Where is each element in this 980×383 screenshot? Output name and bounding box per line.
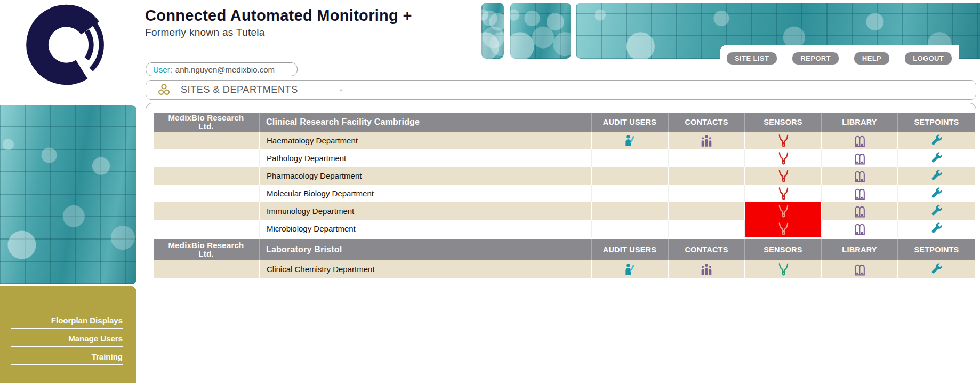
contacts-cell: [668, 202, 744, 220]
library-icon: [853, 222, 867, 236]
setpoints-icon: [930, 134, 943, 147]
company-logo: [23, 2, 110, 87]
site-name-header: Clinical Research Facility Cambridge: [259, 113, 591, 132]
sensors-button[interactable]: [745, 260, 821, 278]
library-icon: [853, 169, 867, 183]
contacts-button[interactable]: [669, 132, 744, 149]
library-icon: [853, 134, 867, 148]
setpoints-cell[interactable]: [897, 149, 975, 167]
sensor-icon: [776, 222, 790, 236]
sensors-cell[interactable]: [744, 149, 821, 167]
sensors-button[interactable]: [745, 220, 821, 237]
contacts-icon: [700, 134, 713, 148]
sensors-button[interactable]: [745, 132, 821, 149]
setpoints-cell[interactable]: [897, 132, 975, 149]
company-spacer-cell: [154, 202, 259, 220]
banner-artwork-block: [510, 3, 571, 59]
contacts-cell[interactable]: [668, 260, 744, 278]
setpoints-button[interactable]: [898, 132, 975, 149]
library-cell[interactable]: [821, 149, 897, 167]
site-list-button[interactable]: SITE LIST: [727, 52, 777, 65]
library-icon: [853, 187, 867, 201]
library-button[interactable]: [822, 260, 897, 278]
library-button[interactable]: [822, 149, 897, 167]
sensors-cell[interactable]: [744, 132, 821, 149]
page-title: Connected Automated Monitoring +: [145, 7, 412, 25]
main-content-panel: MedixBio Research Ltd.Clinical Research …: [146, 103, 976, 383]
sensors-cell[interactable]: [744, 202, 821, 220]
library-button[interactable]: [822, 220, 897, 237]
column-header-sensors: SENSORS: [744, 113, 821, 132]
library-cell[interactable]: [821, 202, 897, 220]
column-header-setpoints: SETPOINTS: [897, 113, 975, 132]
sensors-cell[interactable]: [744, 220, 821, 237]
setpoints-button[interactable]: [898, 149, 975, 167]
library-cell[interactable]: [821, 260, 897, 278]
sensors-cell[interactable]: [744, 185, 821, 202]
sensors-button[interactable]: [745, 149, 821, 167]
sensors-button[interactable]: [745, 185, 821, 202]
company-spacer-cell: [154, 149, 259, 167]
department-row: Haematology Department: [154, 132, 975, 149]
library-button[interactable]: [822, 167, 897, 185]
library-cell[interactable]: [821, 185, 897, 202]
library-icon: [853, 204, 867, 218]
sidebar-link-floorplan-displays[interactable]: Floorplan Displays: [11, 314, 123, 329]
company-spacer-cell: [154, 260, 259, 278]
setpoints-button[interactable]: [898, 202, 975, 220]
site-header-row: MedixBio Research Ltd.Clinical Research …: [154, 113, 975, 132]
contacts-cell[interactable]: [668, 132, 744, 149]
setpoints-cell[interactable]: [897, 220, 975, 237]
setpoints-cell[interactable]: [897, 260, 975, 278]
contacts-button[interactable]: [669, 260, 744, 278]
sites-departments-table: MedixBio Research Ltd.Clinical Research …: [154, 113, 975, 278]
setpoints-cell[interactable]: [897, 167, 975, 185]
setpoints-icon: [930, 187, 943, 200]
sensors-cell[interactable]: [744, 167, 821, 185]
department-row: Molecular Biology Department: [154, 185, 975, 202]
current-user-box: User: anh.nguyen@medixbio.com: [146, 62, 298, 76]
setpoints-cell[interactable]: [897, 202, 975, 220]
sensor-icon: [776, 151, 790, 165]
library-cell[interactable]: [821, 132, 897, 149]
sidebar-link-training[interactable]: Training: [11, 350, 123, 365]
column-header-sensors: SENSORS: [744, 239, 821, 260]
column-header-contacts: CONTACTS: [668, 239, 744, 260]
audit-users-cell[interactable]: [591, 132, 668, 149]
library-cell[interactable]: [821, 220, 897, 237]
setpoints-button[interactable]: [898, 167, 975, 185]
sidebar-link-manage-users[interactable]: Manage Users: [11, 332, 123, 347]
audit-users-button[interactable]: [592, 132, 668, 149]
library-button[interactable]: [822, 185, 897, 202]
department-name: Clinical Chemistry Department: [259, 260, 591, 278]
sensor-icon: [776, 134, 790, 148]
sidebar-menu: Floorplan DisplaysManage UsersTraining: [0, 286, 136, 383]
company-spacer-cell: [154, 167, 259, 185]
library-cell[interactable]: [821, 167, 897, 185]
sensors-cell[interactable]: [744, 260, 821, 278]
company-name-header: MedixBio Research Ltd.: [154, 239, 259, 260]
column-header-library: LIBRARY: [821, 113, 897, 132]
library-button[interactable]: [822, 202, 897, 220]
setpoints-cell[interactable]: [897, 185, 975, 202]
column-header-audit-users: AUDIT USERS: [591, 239, 668, 260]
setpoints-button[interactable]: [898, 260, 975, 278]
sensor-icon: [776, 204, 790, 218]
user-email: anh.nguyen@medixbio.com: [175, 65, 275, 74]
audit-users-cell: [591, 185, 668, 202]
audit-users-cell: [591, 149, 668, 167]
library-button[interactable]: [822, 132, 897, 149]
audit-users-button[interactable]: [592, 260, 668, 278]
audit-users-icon: [623, 262, 637, 276]
sensors-button[interactable]: [745, 167, 821, 185]
setpoints-button[interactable]: [898, 220, 975, 237]
report-button[interactable]: REPORT: [792, 52, 839, 65]
audit-users-cell[interactable]: [591, 260, 668, 278]
company-spacer-cell: [154, 132, 259, 149]
help-button[interactable]: HELP: [854, 52, 889, 65]
logout-button[interactable]: LOGOUT: [905, 52, 952, 65]
column-header-library: LIBRARY: [821, 239, 897, 260]
sensors-button[interactable]: [745, 202, 821, 220]
library-icon: [853, 262, 867, 276]
setpoints-button[interactable]: [898, 185, 975, 202]
